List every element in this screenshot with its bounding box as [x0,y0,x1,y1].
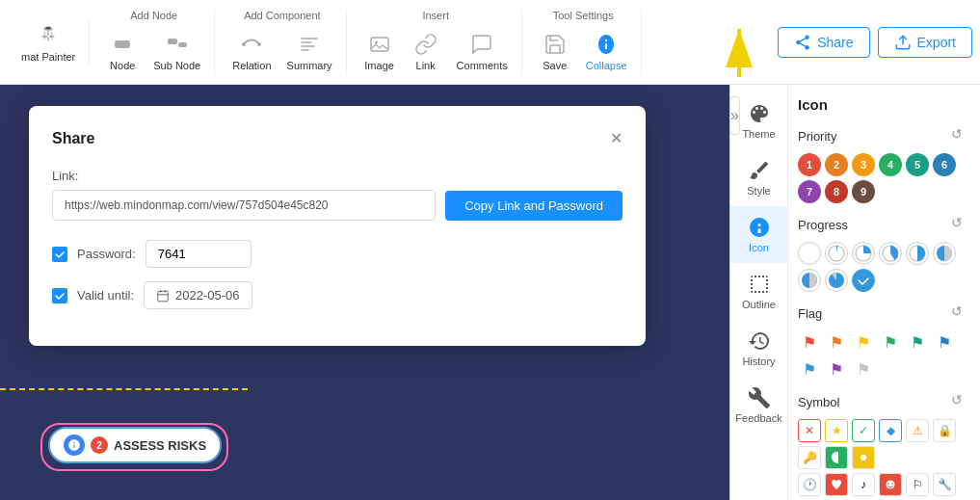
password-checkbox[interactable] [52,247,67,262]
share-modal: Share ✕ Link: Copy Link and Password Pas… [29,106,646,346]
valid-until-checkbox[interactable] [52,288,67,303]
modal-header: Share ✕ [52,129,622,147]
password-row: Password: [52,240,622,268]
link-input[interactable] [52,190,436,221]
svg-rect-30 [158,291,169,302]
valid-until-row: Valid until: 2022-05-06 [52,281,622,309]
link-row: Copy Link and Password [52,190,622,221]
password-input[interactable] [146,240,252,268]
password-label: Password: [77,247,136,261]
date-display[interactable]: 2022-05-06 [144,281,252,309]
modal-overlay: Share ✕ Link: Copy Link and Password Pas… [0,0,980,500]
link-label: Link: [52,169,78,183]
date-value: 2022-05-06 [175,288,240,303]
valid-until-label: Valid until: [77,288,134,303]
modal-title: Share [52,130,94,147]
copy-link-button[interactable]: Copy Link and Password [445,191,622,221]
modal-close-button[interactable]: ✕ [610,129,622,147]
